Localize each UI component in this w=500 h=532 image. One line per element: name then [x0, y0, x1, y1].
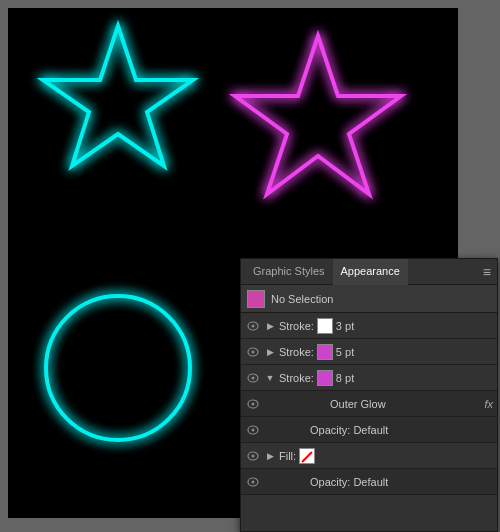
outer-glow-label: Outer Glow — [330, 398, 386, 410]
visibility-icon-7[interactable] — [245, 474, 261, 490]
opacity-row-2[interactable]: Opacity: Default — [241, 469, 497, 495]
expand-chevron-2[interactable]: ▶ — [264, 346, 276, 358]
stroke-pt-2: 5 pt — [336, 346, 354, 358]
svg-point-3 — [252, 350, 255, 353]
no-selection-row: No Selection — [241, 285, 497, 313]
no-selection-swatch — [247, 290, 265, 308]
svg-point-13 — [252, 480, 255, 483]
magenta-star — [235, 36, 401, 194]
cyan-star — [43, 26, 193, 166]
appearance-panel: « » Graphic Styles Appearance ≡ No Selec… — [240, 258, 498, 532]
stroke-swatch-1[interactable] — [317, 318, 333, 334]
svg-point-1 — [252, 324, 255, 327]
fill-row[interactable]: ▶ Fill: — [241, 443, 497, 469]
visibility-icon-2[interactable] — [245, 344, 261, 360]
visibility-icon-3[interactable] — [245, 370, 261, 386]
opacity-label-1: Opacity: Default — [310, 424, 388, 436]
expand-chevron-3[interactable]: ▼ — [264, 372, 276, 384]
outer-glow-row[interactable]: Outer Glow fx — [241, 391, 497, 417]
stroke-swatch-3[interactable] — [317, 370, 333, 386]
tab-appearance[interactable]: Appearance — [333, 259, 408, 285]
expand-chevron-1[interactable]: ▶ — [264, 320, 276, 332]
stroke-row-2[interactable]: ▶ Stroke: 5 pt — [241, 339, 497, 365]
cyan-circle — [46, 296, 190, 440]
panel-header: Graphic Styles Appearance ≡ — [241, 259, 497, 285]
stroke-label-1: Stroke: — [279, 320, 314, 332]
visibility-icon-4[interactable] — [245, 396, 261, 412]
opacity-row-1[interactable]: Opacity: Default — [241, 417, 497, 443]
opacity-label-2: Opacity: Default — [310, 476, 388, 488]
svg-point-7 — [252, 402, 255, 405]
svg-point-5 — [252, 376, 255, 379]
visibility-icon-1[interactable] — [245, 318, 261, 334]
visibility-icon-6[interactable] — [245, 448, 261, 464]
stroke-pt-1: 3 pt — [336, 320, 354, 332]
svg-point-9 — [252, 428, 255, 431]
stroke-swatch-2[interactable] — [317, 344, 333, 360]
visibility-icon-5[interactable] — [245, 422, 261, 438]
svg-point-11 — [252, 454, 255, 457]
panel-menu-icon[interactable]: ≡ — [483, 264, 491, 280]
tab-graphic-styles[interactable]: Graphic Styles — [245, 259, 333, 285]
stroke-pt-3: 8 pt — [336, 372, 354, 384]
stroke-row-1[interactable]: ▶ Stroke: 3 pt — [241, 313, 497, 339]
expand-chevron-fill[interactable]: ▶ — [264, 450, 276, 462]
fill-label: Fill: — [279, 450, 296, 462]
stroke-row-3[interactable]: ▼ Stroke: 8 pt — [241, 365, 497, 391]
stroke-label-2: Stroke: — [279, 346, 314, 358]
fill-swatch[interactable] — [299, 448, 315, 464]
no-selection-label: No Selection — [271, 293, 333, 305]
stroke-label-3: Stroke: — [279, 372, 314, 384]
fx-label: fx — [484, 398, 493, 410]
